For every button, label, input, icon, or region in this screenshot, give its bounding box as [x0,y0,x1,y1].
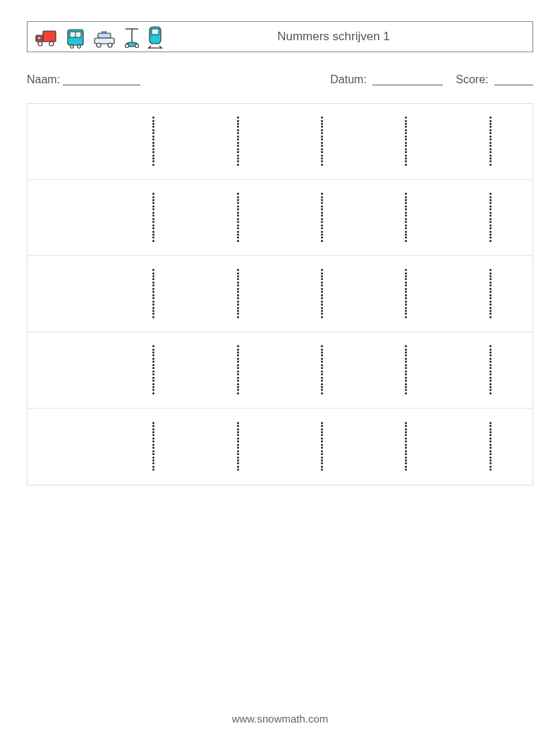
svg-rect-22 [152,29,159,35]
practice-cell[interactable] [111,180,195,255]
svg-point-9 [78,45,80,48]
svg-rect-13 [95,38,114,44]
practice-row [28,104,532,180]
trace-glyph-1 [320,422,324,471]
name-label: Naam: [27,73,60,86]
trace-glyph-1 [320,345,324,394]
practice-cell[interactable] [111,104,195,179]
date-label: Datum: [330,73,367,85]
practice-cell[interactable] [28,409,111,485]
score-label: Score: [456,73,488,85]
practice-cell[interactable] [28,256,111,332]
practice-cell[interactable] [196,104,280,179]
trace-glyph-1 [488,193,492,242]
bus-icon [65,28,86,49]
practice-cell[interactable] [449,180,532,255]
practice-row [28,180,532,256]
svg-point-8 [71,45,73,48]
trace-glyph-1 [236,116,240,166]
date-blank[interactable] [372,73,443,85]
svg-point-15 [108,43,112,47]
worksheet-header: Nummers schrijven 1 [27,21,533,52]
practice-row [28,256,532,332]
name-blank[interactable] [63,73,140,85]
svg-point-3 [38,42,42,46]
trace-glyph-1 [488,116,492,166]
trace-glyph-1 [152,193,156,242]
trace-glyph-1 [404,422,408,471]
practice-cell[interactable] [364,409,448,485]
truck-icon [35,29,59,49]
practice-cell[interactable] [449,104,532,179]
practice-row [28,332,532,409]
trace-glyph-1 [488,345,492,394]
practice-cell[interactable] [196,332,280,408]
svg-rect-0 [43,31,56,42]
police-car-icon [92,30,116,49]
trace-glyph-1 [488,422,492,471]
trace-glyph-1 [152,345,156,394]
trace-glyph-1 [236,422,240,471]
trace-glyph-1 [236,193,240,242]
practice-cell[interactable] [280,332,364,408]
header-icons [35,25,163,49]
footer-url: www.snowmath.com [0,713,560,725]
practice-cell[interactable] [449,256,532,332]
score-blank[interactable] [494,73,533,85]
practice-cell[interactable] [28,332,111,408]
trace-glyph-1 [488,269,492,318]
practice-grid [27,103,533,485]
trace-glyph-1 [404,345,408,394]
practice-cell[interactable] [111,256,195,332]
practice-cell[interactable] [449,409,532,485]
trace-glyph-1 [236,269,240,318]
practice-cell[interactable] [364,332,448,408]
trace-glyph-1 [152,422,156,471]
trace-glyph-1 [152,269,156,318]
segway-icon [123,26,141,49]
trace-glyph-1 [320,269,324,318]
svg-point-20 [135,44,139,48]
trace-glyph-1 [404,269,408,318]
practice-cell[interactable] [28,104,111,179]
practice-row [28,409,532,485]
practice-cell[interactable] [111,332,195,408]
trace-glyph-1 [404,116,408,166]
svg-point-19 [126,44,129,48]
train-icon [147,25,163,49]
practice-cell[interactable] [196,256,280,332]
practice-cell[interactable] [364,180,448,255]
svg-rect-2 [37,37,41,40]
trace-glyph-1 [404,193,408,242]
practice-cell[interactable] [280,104,364,179]
trace-glyph-1 [236,345,240,394]
trace-glyph-1 [152,116,156,166]
practice-cell[interactable] [280,180,364,255]
trace-glyph-1 [320,116,324,166]
practice-cell[interactable] [111,409,195,485]
worksheet-title: Nummers schrijven 1 [163,30,525,44]
meta-row: Naam: Datum: Score: [27,71,533,86]
practice-cell[interactable] [280,256,364,332]
svg-rect-12 [98,33,111,38]
practice-cell[interactable] [280,409,364,485]
trace-glyph-1 [320,193,324,242]
practice-cell[interactable] [196,409,280,485]
svg-point-4 [49,42,54,46]
practice-cell[interactable] [28,180,111,255]
practice-cell[interactable] [449,332,532,408]
practice-cell[interactable] [196,180,280,255]
svg-point-14 [97,43,101,47]
practice-cell[interactable] [364,256,448,332]
practice-cell[interactable] [364,104,448,179]
